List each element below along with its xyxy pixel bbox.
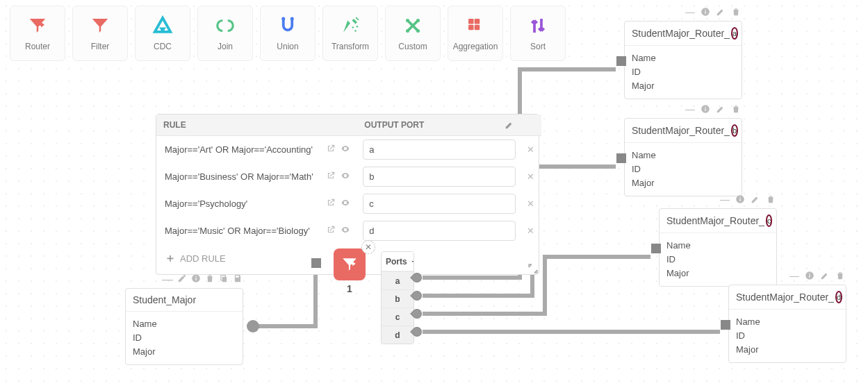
target-node-c[interactable]: — StudentMajor_Router_c NameIDMajor bbox=[659, 208, 777, 287]
minimize-icon[interactable]: — bbox=[162, 273, 173, 286]
node-fields: NameIDMajor bbox=[729, 310, 846, 362]
edit-icon[interactable] bbox=[715, 103, 726, 115]
suffix-badge: c bbox=[766, 214, 773, 227]
port-row-c[interactable]: c bbox=[382, 307, 413, 326]
save-icon[interactable] bbox=[233, 273, 243, 286]
node-action-icons: — bbox=[719, 194, 776, 205]
node-fields: NameIDMajor bbox=[126, 312, 243, 364]
port-row-d[interactable]: d bbox=[382, 326, 413, 344]
eye-icon[interactable] bbox=[339, 145, 352, 155]
trash-icon[interactable] bbox=[835, 270, 846, 281]
edit-icon[interactable] bbox=[819, 270, 830, 281]
rule-text[interactable]: Major=='Music' OR Major=='Biology' bbox=[156, 217, 319, 244]
minimize-icon[interactable]: — bbox=[789, 270, 800, 281]
svg-point-3 bbox=[352, 26, 354, 28]
svg-rect-10 bbox=[475, 19, 480, 24]
minimize-icon[interactable]: — bbox=[685, 6, 696, 17]
trash-icon[interactable] bbox=[765, 194, 776, 205]
tool-join[interactable]: Join bbox=[197, 6, 253, 61]
svg-rect-29 bbox=[809, 273, 810, 274]
tool-union[interactable]: Union bbox=[260, 6, 316, 61]
info-icon[interactable] bbox=[735, 194, 746, 205]
output-port-input[interactable] bbox=[363, 167, 516, 187]
edit-icon[interactable] bbox=[177, 273, 187, 286]
trash-icon[interactable] bbox=[730, 6, 742, 17]
tool-transform[interactable]: Transform bbox=[322, 6, 378, 61]
router-input-port[interactable] bbox=[311, 258, 321, 268]
open-rule-icon[interactable] bbox=[325, 145, 337, 155]
delete-rule-icon[interactable]: ✕ bbox=[521, 217, 541, 244]
info-icon[interactable] bbox=[804, 270, 815, 281]
port-row-b[interactable]: b bbox=[382, 289, 413, 307]
tool-aggregation[interactable]: Aggregation bbox=[448, 6, 503, 61]
router-label: 1 bbox=[347, 283, 352, 294]
tool-sort[interactable]: Sort bbox=[510, 6, 566, 61]
target-node-a[interactable]: — StudentMajor_Router_a NameIDMajor bbox=[624, 21, 742, 99]
eye-icon[interactable] bbox=[339, 226, 352, 237]
router-node-icon[interactable] bbox=[334, 248, 366, 280]
expand-icon[interactable] bbox=[526, 262, 540, 276]
minimize-icon[interactable]: — bbox=[719, 194, 730, 205]
svg-rect-19 bbox=[705, 11, 705, 14]
svg-rect-12 bbox=[475, 25, 480, 31]
svg-point-0 bbox=[281, 17, 285, 21]
trash-icon[interactable] bbox=[205, 273, 215, 286]
copy-icon[interactable] bbox=[219, 273, 229, 286]
field: Name bbox=[666, 239, 769, 253]
eye-icon[interactable] bbox=[339, 172, 352, 183]
target-input-port[interactable] bbox=[616, 56, 626, 66]
tool-custom[interactable]: Custom bbox=[385, 6, 441, 61]
router-close-icon[interactable]: ✕ bbox=[361, 240, 375, 254]
target-input-port[interactable] bbox=[721, 320, 730, 330]
output-port-input[interactable] bbox=[363, 194, 516, 214]
svg-point-6 bbox=[416, 29, 420, 33]
suffix-badge: a bbox=[731, 27, 738, 40]
node-fields: NameIDMajor bbox=[660, 233, 776, 286]
edit-icon[interactable] bbox=[750, 194, 761, 205]
svg-rect-25 bbox=[739, 199, 740, 201]
field: ID bbox=[632, 65, 735, 79]
eye-icon[interactable] bbox=[339, 199, 352, 210]
svg-rect-14 bbox=[195, 278, 196, 280]
delete-rule-icon[interactable]: ✕ bbox=[521, 163, 541, 190]
node-action-icons: — bbox=[685, 103, 742, 115]
info-icon[interactable] bbox=[700, 6, 711, 17]
delete-rule-icon[interactable]: ✕ bbox=[521, 136, 541, 164]
tool-filter[interactable]: Filter bbox=[72, 6, 128, 61]
source-output-port[interactable] bbox=[247, 320, 259, 332]
open-rule-icon[interactable] bbox=[325, 172, 337, 183]
node-fields: NameIDMajor bbox=[625, 46, 742, 99]
field: ID bbox=[736, 329, 839, 343]
svg-rect-28 bbox=[809, 275, 810, 278]
suffix-badge: b bbox=[731, 124, 738, 137]
tool-router[interactable]: Router bbox=[10, 6, 65, 61]
target-input-port[interactable] bbox=[616, 153, 626, 163]
rule-text[interactable]: Major=='Business' OR Major=='Math' bbox=[156, 163, 319, 190]
svg-rect-26 bbox=[739, 197, 740, 198]
edit-icon[interactable] bbox=[715, 6, 726, 17]
tool-cdc[interactable]: CDC bbox=[135, 6, 190, 61]
info-icon[interactable] bbox=[700, 103, 711, 115]
info-icon[interactable] bbox=[191, 273, 201, 286]
source-node[interactable]: — Student_Major NameIDMajor bbox=[125, 288, 243, 365]
node-title: StudentMajor_Router_b bbox=[625, 119, 742, 143]
rule-text[interactable]: Major=='Psychology' bbox=[156, 190, 319, 217]
target-node-b[interactable]: — StudentMajor_Router_b NameIDMajor bbox=[624, 118, 742, 196]
edit-columns-icon[interactable] bbox=[505, 120, 514, 132]
port-row-a[interactable]: a bbox=[382, 271, 413, 289]
node-title: StudentMajor_Router_d bbox=[729, 285, 846, 310]
output-port-input[interactable] bbox=[363, 140, 516, 160]
rule-text[interactable]: Major=='Art' OR Major=='Accounting' bbox=[156, 136, 319, 164]
rule-header: RULE bbox=[156, 115, 357, 136]
minimize-icon[interactable]: — bbox=[685, 103, 696, 115]
trash-icon[interactable] bbox=[730, 103, 742, 115]
field: Major bbox=[632, 176, 735, 190]
open-rule-icon[interactable] bbox=[325, 226, 337, 237]
target-input-port[interactable] bbox=[651, 244, 661, 253]
output-port-input[interactable] bbox=[363, 221, 516, 241]
delete-rule-icon[interactable]: ✕ bbox=[521, 190, 541, 217]
target-node-d[interactable]: — StudentMajor_Router_d NameIDMajor bbox=[728, 285, 846, 363]
open-rule-icon[interactable] bbox=[325, 199, 337, 210]
svg-rect-23 bbox=[705, 107, 705, 108]
add-port-icon[interactable]: ＋ bbox=[410, 255, 414, 267]
